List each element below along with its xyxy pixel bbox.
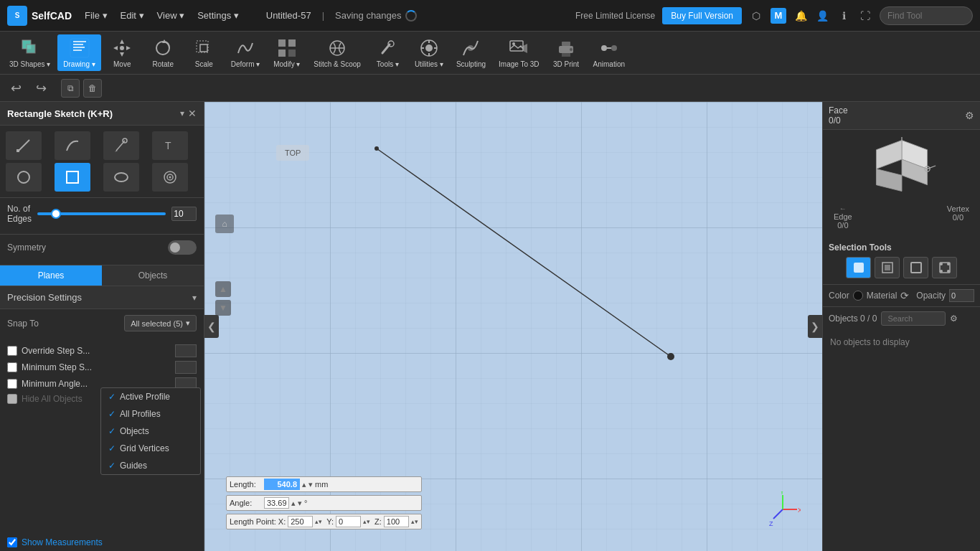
toolbar-3d-shapes[interactable]: 3D Shapes ▾ bbox=[4, 34, 56, 71]
toolbar-sculpting[interactable]: Sculpting bbox=[451, 34, 491, 71]
objects-option-label: Objects bbox=[120, 426, 149, 436]
length-value-input[interactable] bbox=[264, 479, 300, 490]
canvas-area[interactable]: TOP ❮ ❯ ▲ ▼ ⌂ Length: ▴ ▾ mm Angle: ▴ ▾ bbox=[204, 102, 822, 551]
edge-label: Edge bbox=[834, 212, 852, 221]
dropdown-active-profile[interactable]: ✓ Active Profile bbox=[101, 388, 200, 405]
draw-pen-tool[interactable] bbox=[103, 131, 139, 160]
draw-curve-tool[interactable] bbox=[55, 131, 90, 160]
svg-point-29 bbox=[468, 45, 473, 51]
draw-target-tool[interactable] bbox=[152, 163, 188, 192]
show-measurements-checkbox[interactable] bbox=[7, 537, 17, 547]
minimum-step-label[interactable]: Minimum Step S... bbox=[22, 362, 92, 372]
objects-search-input[interactable] bbox=[881, 311, 946, 326]
draw-circle-tool[interactable] bbox=[6, 163, 42, 192]
nav-right-button[interactable]: ❯ bbox=[808, 315, 822, 338]
minimum-step-input[interactable] bbox=[175, 361, 197, 374]
toolbar-move[interactable]: Move bbox=[103, 34, 142, 71]
vertex-select-button[interactable] bbox=[932, 257, 957, 278]
tab-objects[interactable]: Objects bbox=[102, 265, 204, 286]
toolbar-image-to-3d[interactable]: Image To 3D bbox=[493, 34, 545, 71]
buy-full-button[interactable]: Buy Full Version bbox=[662, 7, 742, 24]
menu-settings[interactable]: Settings ▾ bbox=[192, 7, 245, 24]
draw-line-tool[interactable] bbox=[6, 131, 42, 160]
delete-button[interactable]: 🗑 bbox=[83, 79, 102, 98]
view-up-arrow[interactable]: ▲ bbox=[215, 281, 231, 297]
toolbar-modify[interactable]: Modify ▾ bbox=[267, 34, 306, 71]
y-spinners: ▴▾ bbox=[363, 518, 370, 525]
toolbar-animation[interactable]: Animation bbox=[588, 34, 631, 71]
minimum-step-checkbox[interactable] bbox=[7, 362, 17, 372]
svg-point-36 bbox=[601, 45, 607, 51]
notification-icon[interactable]: 🔔 bbox=[793, 9, 808, 23]
length-spindown-icon[interactable]: ▾ bbox=[308, 480, 313, 489]
z-value-input[interactable] bbox=[384, 516, 409, 527]
edges-number-input[interactable] bbox=[171, 207, 197, 221]
object-select-button[interactable] bbox=[846, 257, 871, 278]
edges-label1: No. of bbox=[7, 204, 32, 214]
redo-button[interactable]: ↪ bbox=[32, 79, 50, 98]
show-measurements-label[interactable]: Show Measurements bbox=[22, 537, 103, 547]
face-select-button[interactable] bbox=[875, 257, 900, 278]
edges-slider[interactable] bbox=[37, 212, 166, 215]
toolbar-rotate[interactable]: Rotate bbox=[143, 34, 183, 71]
minimum-angle-checkbox[interactable] bbox=[7, 379, 17, 389]
edge-select-button[interactable] bbox=[903, 257, 928, 278]
override-step-label[interactable]: Override Step S... bbox=[22, 346, 90, 356]
length-spinup-icon[interactable]: ▴ bbox=[302, 480, 306, 489]
profile-icon[interactable]: M bbox=[771, 8, 786, 24]
svg-rect-18 bbox=[278, 50, 286, 57]
view-arrows: ▲ ▼ bbox=[215, 281, 231, 316]
fullscreen-icon[interactable]: ⛶ bbox=[858, 9, 872, 23]
dropdown-objects[interactable]: ✓ Objects bbox=[101, 423, 200, 440]
home-button[interactable]: ⌂ bbox=[215, 215, 234, 233]
svg-marker-43 bbox=[115, 151, 118, 152]
snap-dropdown[interactable]: All selected (5) ▾ bbox=[124, 315, 197, 331]
toolbar-drawing[interactable]: Drawing ▾ bbox=[57, 34, 100, 71]
opacity-input[interactable] bbox=[949, 289, 974, 302]
dropdown-guides[interactable]: ✓ Guides bbox=[101, 457, 200, 474]
undo-button[interactable]: ↩ bbox=[7, 79, 25, 98]
override-step-input[interactable] bbox=[175, 344, 197, 357]
svg-point-54 bbox=[374, 146, 379, 151]
draw-square-tool[interactable] bbox=[55, 163, 90, 192]
toolbar-stitch-scoop[interactable]: Stitch & Scoop bbox=[308, 34, 367, 71]
angle-spindown-icon[interactable]: ▾ bbox=[298, 499, 302, 508]
copy-window-button[interactable]: ⧉ bbox=[61, 79, 80, 98]
nav-left-button[interactable]: ❮ bbox=[204, 315, 219, 338]
share-icon[interactable]: ⬡ bbox=[749, 9, 763, 23]
override-step-checkbox[interactable] bbox=[7, 346, 17, 356]
dropdown-grid-vertices[interactable]: ✓ Grid Vertices bbox=[101, 440, 200, 457]
precision-header[interactable]: Precision Settings ▾ bbox=[0, 286, 204, 309]
x-value-input[interactable] bbox=[288, 516, 313, 527]
tab-planes[interactable]: Planes bbox=[0, 265, 102, 286]
objects-gear-button[interactable]: ⚙ bbox=[950, 314, 958, 324]
view-down-arrow[interactable]: ▼ bbox=[215, 300, 231, 316]
angle-value-input[interactable] bbox=[264, 497, 289, 509]
override-step-row: Override Step S... bbox=[0, 344, 204, 357]
info-icon[interactable]: ℹ bbox=[837, 9, 851, 23]
toolbar-tools[interactable]: Tools ▾ bbox=[368, 34, 407, 71]
dropdown-all-profiles[interactable]: ✓ All Profiles bbox=[101, 405, 200, 423]
material-icon[interactable]: ⟳ bbox=[900, 290, 909, 301]
panel-dropdown-button[interactable]: ▾ bbox=[180, 108, 184, 118]
draw-ellipse-tool[interactable] bbox=[103, 163, 139, 192]
toolbar-deform[interactable]: Deform ▾ bbox=[225, 34, 266, 71]
minimum-angle-label[interactable]: Minimum Angle... bbox=[22, 379, 88, 389]
angle-spinup-icon[interactable]: ▴ bbox=[291, 499, 296, 508]
menu-view[interactable]: View ▾ bbox=[151, 7, 191, 24]
toolbar-3d-print[interactable]: 3D Print bbox=[547, 34, 586, 71]
symmetry-toggle[interactable] bbox=[168, 240, 197, 255]
y-value-input[interactable] bbox=[336, 516, 361, 527]
menu-edit[interactable]: Edit ▾ bbox=[115, 7, 150, 24]
draw-text-tool[interactable]: T bbox=[152, 131, 188, 160]
viewport-gear-button[interactable]: ⚙ bbox=[965, 110, 974, 121]
find-tool-input[interactable] bbox=[880, 6, 973, 25]
toolbar-utilities[interactable]: Utilities ▾ bbox=[409, 34, 449, 71]
panel-close-button[interactable]: ✕ bbox=[188, 108, 197, 119]
color-swatch[interactable] bbox=[853, 291, 863, 301]
drawing-label: Drawing ▾ bbox=[63, 60, 95, 68]
toolbar-scale[interactable]: Scale bbox=[184, 34, 224, 71]
menu-file[interactable]: File ▾ bbox=[79, 7, 113, 24]
top-right-area: Free Limited License Buy Full Version ⬡ … bbox=[575, 6, 973, 25]
user-icon[interactable]: 👤 bbox=[815, 9, 829, 23]
